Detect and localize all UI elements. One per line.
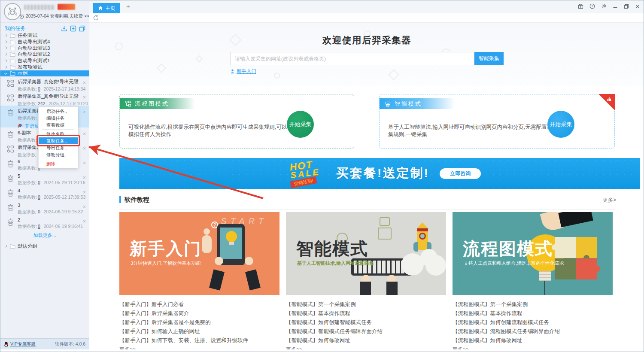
folder-icon [10, 39, 15, 44]
group-item[interactable]: 自动导出测试3 [0, 45, 89, 52]
page-content: 欢迎使用后羿采集器 智能采集 新手入门 [89, 23, 644, 349]
tutorial-more-link[interactable]: 更多>> [119, 346, 279, 349]
folder-icon [10, 46, 15, 50]
url-input[interactable] [230, 52, 474, 65]
gift-icon[interactable] [578, 3, 583, 9]
smart-mode-header: 智能模式 [380, 98, 455, 109]
group-item[interactable]: 发布项测试 [0, 64, 89, 70]
task-item[interactable]: 3 数据条数:02024-06-19 9:15:32 × [0, 200, 89, 215]
task-close-icon[interactable]: × [83, 161, 86, 166]
switch-view-icon[interactable] [79, 25, 85, 32]
refresh-icon[interactable] [93, 15, 99, 21]
tutorial-link[interactable]: 【流程图模式】流程图模式任务编辑界面介绍 [453, 327, 613, 336]
group-item[interactable]: 自动导出测试2 [0, 51, 89, 58]
menu-item-change-group[interactable]: 修改分组.. [39, 151, 78, 158]
group-item-default[interactable]: 默认分组 [0, 243, 89, 249]
data-count-link[interactable]: 0 [38, 194, 40, 200]
task-close-icon[interactable]: × [83, 131, 86, 137]
tutorial-card-flowchart: 流程图模式 支持人工点选和积木组合,满足丰富的个性化需求 【流程图模式】第一个采… [453, 212, 613, 349]
tutorial-link[interactable]: 【智能模式】智能模式任务编辑界面介绍 [286, 327, 446, 336]
task-item[interactable]: 后羿采集器_真免费!导出无限制网络爬虫.. 数据条数:02025-12-17 1… [0, 76, 89, 91]
expiry-text[interactable]: 2035-07-04 套餐到期,去续费 >> [26, 13, 89, 19]
task-item[interactable]: 4 数据条数:02025-05-12 17:39:53 × [0, 186, 89, 200]
version-label: 软件版本: 4.0.6 [55, 341, 85, 347]
task-item[interactable]: 2 数据条数:02024-06-19 9:16:41 × [0, 215, 89, 230]
flowchart-task-icon [6, 79, 15, 88]
smart-collect-button[interactable]: 智能采集 [474, 52, 504, 65]
group-item[interactable]: 自动导出测试1 [0, 58, 89, 64]
tutorial-link[interactable]: 【新手入门】如何输入正确的网址 [119, 327, 279, 336]
close-icon[interactable] [635, 4, 640, 9]
smart-start-button[interactable]: 开始采集 [547, 111, 574, 138]
group-item[interactable]: 自动导出测试4 [0, 39, 89, 45]
robot-icon [385, 100, 391, 107]
subscription-expiry[interactable]: 2035-07-04 套餐到期,去续费 >> [19, 13, 89, 19]
tutorial-link[interactable]: 【流程图模式】如何创建流程图模式任务 [453, 318, 613, 327]
task-item[interactable]: 后羿采集器_真免费!导出无限制网络爬虫.. 数据条数:2422025-12-17… [0, 91, 89, 106]
data-count-link[interactable]: 0 [38, 180, 40, 185]
task-close-icon[interactable]: × [83, 204, 86, 209]
tab-home[interactable]: 主页 [93, 3, 120, 13]
task-close-icon[interactable]: × [83, 219, 86, 224]
task-close-icon[interactable]: × [83, 109, 86, 115]
new-task-icon[interactable] [70, 25, 76, 32]
minimize-icon[interactable] [613, 4, 618, 9]
promo-banner[interactable]: HOT SALE 促销活动! 买套餐!送定制! 立即咨询 [119, 158, 640, 189]
group-item-selected[interactable]: 示例 [0, 70, 89, 76]
data-count-link[interactable]: 0 [38, 209, 40, 214]
help-icon[interactable]: ? [589, 3, 595, 9]
task-close-icon[interactable]: × [83, 146, 86, 151]
chevron-right-icon [4, 245, 7, 248]
new-tab-button[interactable]: + [126, 3, 130, 10]
restore-icon[interactable] [624, 4, 629, 9]
flowchart-start-button[interactable]: 开始采集 [287, 111, 314, 138]
my-tasks-title: 我的任务 [5, 25, 61, 32]
menu-item-start-task[interactable]: 启动任务.. [39, 108, 78, 115]
load-more-link[interactable]: 加载更多... [0, 232, 89, 239]
vip-badge-blurred [58, 4, 75, 10]
consult-now-button[interactable]: 立即咨询 [440, 168, 481, 179]
tutorial-link[interactable]: 【新手入门】如何下载、安装、注册、设置和升级软件 [119, 336, 279, 345]
settings-gear-icon[interactable] [601, 3, 607, 9]
tutorial-link[interactable]: 【流程图模式】第一个采集案例 [453, 300, 613, 309]
task-close-icon[interactable]: × [83, 80, 86, 85]
tutorial-link[interactable]: 【智能模式】如何修改网址 [286, 336, 446, 345]
menu-item-view-data[interactable]: 查看数据 [39, 121, 78, 128]
tutorial-illustration-smart[interactable]: 智能模式 基于人工智能技术,输入网址就能采集 [286, 212, 446, 295]
section-divider [119, 209, 615, 209]
task-close-icon[interactable]: × [83, 190, 86, 195]
tutorial-illustration-beginner[interactable]: START ? 新手入门 3分钟快速入门,了解软件基本功能 [119, 212, 279, 295]
tutorial-illustration-flowchart[interactable]: 流程图模式 支持人工点选和积木组合,满足丰富的个性化需求 [453, 212, 613, 295]
tutorial-link[interactable]: 【新手入门】新手入门必看 [119, 300, 279, 309]
main-area: 主页 + ? [89, 0, 644, 349]
group-item[interactable]: 任务测试 [0, 32, 89, 39]
beginner-guide-link[interactable]: 新手入门 [237, 68, 256, 75]
task-close-icon[interactable]: × [83, 95, 86, 100]
tutorial-link[interactable]: 【智能模式】如何创建智能模式任务 [286, 318, 446, 327]
data-count-link[interactable]: 0 [38, 224, 40, 229]
tutorial-link[interactable]: 【智能模式】基本操作流程 [286, 309, 446, 318]
hot-sale-graphic: HOT SALE 促销活动! [277, 158, 327, 188]
tutorials-section-title: 软件教程 [119, 196, 149, 203]
menu-item-rename-task[interactable]: 修改名称.. [39, 130, 78, 137]
tutorial-link[interactable]: 【智能模式】第一个采集案例 [286, 300, 446, 309]
robot-task-icon [6, 130, 15, 139]
tutorial-more-link[interactable]: 更多>> [453, 346, 613, 349]
tutorials-more-link[interactable]: 更多> [603, 197, 616, 204]
vip-support-link[interactable]: VIP专属客服 [4, 341, 36, 347]
tutorial-link[interactable]: 【新手入门】后羿采集器是不是免费的 [119, 318, 279, 327]
clock-icon [19, 14, 24, 19]
menu-item-copy-task[interactable]: 复制任务.. [39, 137, 78, 144]
my-tasks-header: 我的任务 [0, 23, 89, 32]
menu-item-export-task[interactable]: 导出任务.. [39, 144, 78, 151]
tutorial-link[interactable]: 【流程图模式】如何修改网址 [453, 336, 613, 345]
tutorial-link[interactable]: 【流程图模式】基本操作流程 [453, 309, 613, 318]
task-close-icon[interactable]: × [83, 175, 86, 180]
tutorial-more-link[interactable]: 更多>> [286, 346, 446, 349]
import-task-icon[interactable] [61, 25, 67, 32]
chevron-right-icon [4, 59, 7, 62]
task-item[interactable]: 5 数据条数:02024-05-29 11:20:16 × [0, 171, 89, 186]
tutorial-link[interactable]: 【新手入门】后羿采集器简介 [119, 309, 279, 318]
menu-item-delete-task[interactable]: 删除 [39, 160, 78, 167]
menu-item-edit-task[interactable]: 编辑任务 [39, 115, 78, 121]
